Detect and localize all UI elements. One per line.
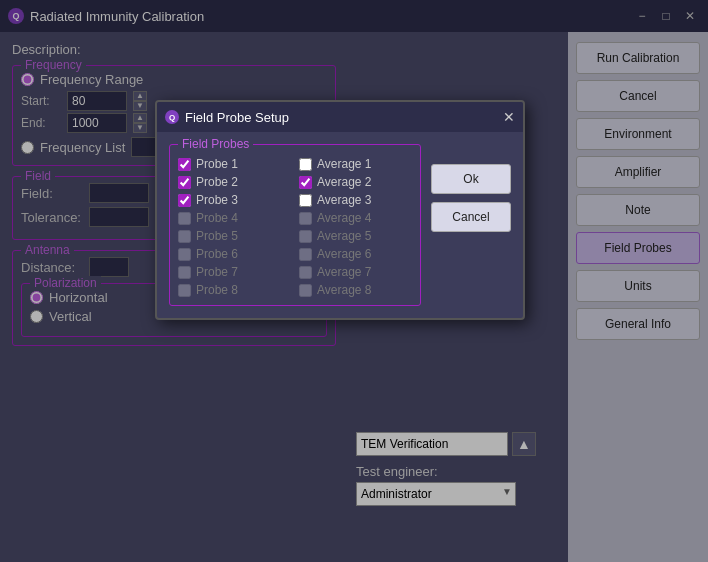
- dialog-close-button[interactable]: ✕: [503, 109, 515, 125]
- avg4-checkbox: [299, 212, 312, 225]
- avg6-checkbox: [299, 248, 312, 261]
- dialog-body: Field Probes Probe 1 Average 1 Probe 2: [157, 132, 523, 318]
- probe8-checkbox: [178, 284, 191, 297]
- probe4-checkbox: [178, 212, 191, 225]
- probes-grid: Probe 1 Average 1 Probe 2 Average 2: [178, 157, 412, 297]
- dialog-icon: Q: [165, 110, 179, 124]
- avg6-label: Average 6: [317, 247, 372, 261]
- avg8-item: Average 8: [299, 283, 412, 297]
- probe5-label: Probe 5: [196, 229, 238, 243]
- probe7-checkbox: [178, 266, 191, 279]
- dialog-ok-button[interactable]: Ok: [431, 164, 511, 194]
- probe6-checkbox: [178, 248, 191, 261]
- probe5-item: Probe 5: [178, 229, 291, 243]
- probe1-item: Probe 1: [178, 157, 291, 171]
- avg7-label: Average 7: [317, 265, 372, 279]
- avg1-checkbox[interactable]: [299, 158, 312, 171]
- avg5-item: Average 5: [299, 229, 412, 243]
- avg2-item: Average 2: [299, 175, 412, 189]
- probe1-checkbox[interactable]: [178, 158, 191, 171]
- probe1-label: Probe 1: [196, 157, 238, 171]
- dialog-titlebar: Q Field Probe Setup ✕: [157, 102, 523, 132]
- dialog-cancel-button[interactable]: Cancel: [431, 202, 511, 232]
- avg1-label: Average 1: [317, 157, 372, 171]
- probe4-item: Probe 4: [178, 211, 291, 225]
- avg4-label: Average 4: [317, 211, 372, 225]
- probe6-label: Probe 6: [196, 247, 238, 261]
- dialog-title: Field Probe Setup: [185, 110, 289, 125]
- avg4-item: Average 4: [299, 211, 412, 225]
- probe7-item: Probe 7: [178, 265, 291, 279]
- probe2-item: Probe 2: [178, 175, 291, 189]
- probe3-item: Probe 3: [178, 193, 291, 207]
- field-probe-setup-dialog: Q Field Probe Setup ✕ Field Probes Probe…: [155, 100, 525, 320]
- probe2-checkbox[interactable]: [178, 176, 191, 189]
- avg3-label: Average 3: [317, 193, 372, 207]
- avg2-label: Average 2: [317, 175, 372, 189]
- probe3-label: Probe 3: [196, 193, 238, 207]
- avg2-checkbox[interactable]: [299, 176, 312, 189]
- avg5-label: Average 5: [317, 229, 372, 243]
- avg3-item: Average 3: [299, 193, 412, 207]
- field-probes-group: Field Probes Probe 1 Average 1 Probe 2: [169, 144, 421, 306]
- probe7-label: Probe 7: [196, 265, 238, 279]
- avg3-checkbox[interactable]: [299, 194, 312, 207]
- avg7-item: Average 7: [299, 265, 412, 279]
- field-probes-label: Field Probes: [178, 137, 253, 151]
- avg8-label: Average 8: [317, 283, 372, 297]
- avg6-item: Average 6: [299, 247, 412, 261]
- probe5-checkbox: [178, 230, 191, 243]
- probe4-label: Probe 4: [196, 211, 238, 225]
- avg1-item: Average 1: [299, 157, 412, 171]
- probe8-label: Probe 8: [196, 283, 238, 297]
- avg5-checkbox: [299, 230, 312, 243]
- probe6-item: Probe 6: [178, 247, 291, 261]
- dialog-actions: Ok Cancel: [431, 144, 511, 306]
- probe2-label: Probe 2: [196, 175, 238, 189]
- probe8-item: Probe 8: [178, 283, 291, 297]
- avg7-checkbox: [299, 266, 312, 279]
- probe3-checkbox[interactable]: [178, 194, 191, 207]
- avg8-checkbox: [299, 284, 312, 297]
